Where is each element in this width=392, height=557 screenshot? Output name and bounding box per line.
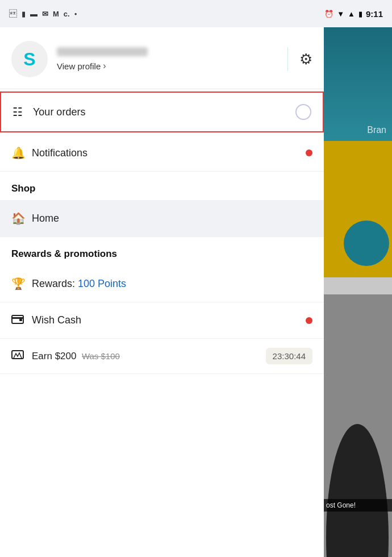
status-time: 9:11: [366, 9, 383, 19]
wallet-icon: [11, 314, 32, 327]
wish-cash-badge: [306, 317, 312, 324]
right-panel-gap: [323, 277, 392, 294]
profile-name-blur: [57, 47, 148, 56]
status-bar-left:  ▮ ▬ ✉ M c. ●: [9, 9, 77, 18]
product-silhouette: [323, 364, 392, 557]
notifications-label: Notifications: [32, 147, 306, 159]
home-icon: 🏠: [11, 211, 32, 225]
facebook-icon: ▮: [22, 10, 26, 18]
main-layout: S View profile › ⚙ ☷ Your orders 🔔: [0, 27, 392, 557]
sidebar-item-notifications[interactable]: 🔔 Notifications: [0, 135, 324, 172]
facebook-icon: ▬: [30, 10, 37, 18]
notification-badge: [306, 149, 312, 156]
your-orders-label: Your orders: [33, 106, 295, 118]
sidebar-item-home[interactable]: 🏠 Home: [0, 200, 324, 237]
earn-timer: 23:30:44: [266, 348, 312, 364]
status-bar-right: ⏰ ▼ ▲ ▮ 9:11: [324, 9, 383, 19]
mail-icon: ✉: [42, 10, 48, 18]
facebook-icon: : [9, 9, 17, 18]
product-circle: [344, 221, 389, 266]
svg-rect-2: [19, 319, 22, 321]
gmail-icon: M: [53, 10, 59, 18]
wish-cash-label: Wish Cash: [32, 314, 306, 326]
svg-rect-1: [12, 317, 23, 319]
bell-icon: 🔔: [11, 146, 32, 160]
trophy-icon: 🏆: [11, 277, 32, 290]
right-panel-mid: [323, 141, 392, 277]
status-bar:  ▮ ▬ ✉ M c. ● ⏰ ▼ ▲ ▮ 9:11: [0, 0, 392, 27]
rewards-label: Rewards: 100 Points: [32, 278, 312, 290]
earn-text: Earn $200 Was $100: [32, 351, 266, 362]
view-profile-link[interactable]: View profile ›: [57, 61, 278, 71]
avatar: S: [11, 41, 48, 77]
right-panel: Bran ost Gone!: [323, 27, 392, 557]
rewards-section-header: Rewards & promotions: [0, 237, 324, 265]
right-panel-top: Bran: [323, 27, 392, 141]
sidebar-drawer: S View profile › ⚙ ☷ Your orders 🔔: [0, 27, 324, 557]
profile-header: S View profile › ⚙: [0, 27, 324, 89]
brand-label: Bran: [367, 125, 386, 135]
chrome-icon: c.: [64, 10, 70, 18]
right-panel-bottom: ost Gone!: [323, 294, 392, 557]
chevron-icon: ›: [103, 61, 106, 71]
loading-spinner: [295, 104, 311, 120]
settings-icon[interactable]: ⚙: [299, 51, 312, 68]
view-profile-label: View profile: [57, 61, 101, 71]
orders-icon: ☷: [12, 105, 33, 119]
profile-info: View profile ›: [48, 47, 288, 71]
alarm-icon: ⏰: [324, 10, 333, 18]
earn-was: Was $100: [82, 351, 120, 361]
almost-gone-badge: ost Gone!: [323, 499, 392, 512]
wifi-icon: ▼: [337, 10, 344, 18]
battery-icon: ▮: [358, 10, 362, 18]
home-label: Home: [32, 213, 312, 225]
sidebar-item-wish-cash[interactable]: Wish Cash: [0, 302, 324, 339]
sidebar-item-earn[interactable]: Earn $200 Was $100 23:30:44: [0, 339, 324, 374]
shop-section-header: Shop: [0, 172, 324, 200]
earn-icon: [11, 349, 32, 363]
sidebar-item-rewards[interactable]: 🏆 Rewards: 100 Points: [0, 265, 324, 302]
dot-icon: ●: [74, 11, 77, 16]
reward-points: 100 Points: [78, 278, 126, 289]
signal-icon: ▲: [348, 10, 355, 18]
menu-items: ☷ Your orders 🔔 Notifications Shop 🏠 Hom…: [0, 89, 324, 557]
sidebar-item-your-orders[interactable]: ☷ Your orders: [0, 92, 324, 132]
